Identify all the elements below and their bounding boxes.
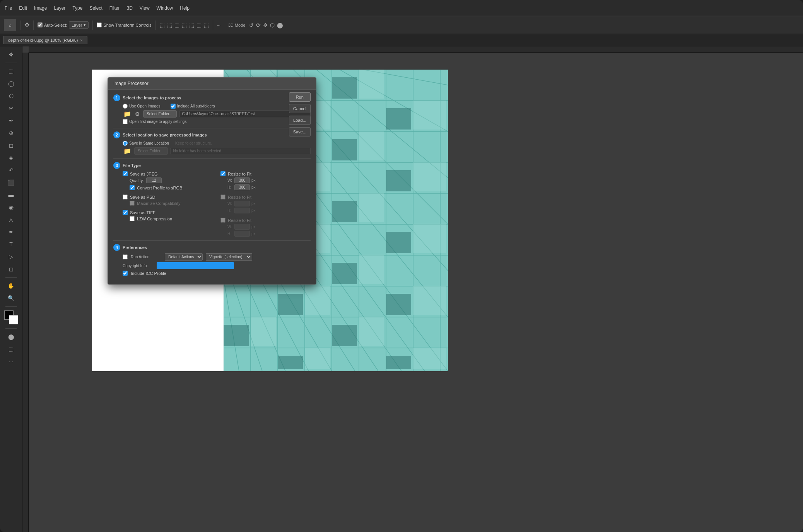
lasso-tool[interactable]: ◯ — [4, 78, 18, 89]
quick-select-tool[interactable]: ⬡ — [4, 90, 18, 102]
include-subfolders-checkbox[interactable] — [171, 104, 176, 109]
shape-tool[interactable]: ◻ — [4, 263, 18, 275]
text-tool[interactable]: T — [4, 239, 18, 250]
psd-width-input[interactable] — [234, 201, 250, 206]
menu-filter[interactable]: Filter — [109, 5, 120, 11]
3d-roll-icon[interactable]: ⟳ — [256, 22, 261, 28]
gear-icon-button[interactable]: ⚙ — [134, 111, 141, 117]
document-tab[interactable]: depth-of-field-8.jpg @ 100% (RGB/8) × — [3, 36, 87, 44]
run-action-checkbox[interactable] — [123, 254, 128, 259]
3d-rotate-icon[interactable]: ↺ — [249, 22, 254, 28]
menu-file[interactable]: File — [5, 5, 12, 11]
brush-tool[interactable]: ◻ — [4, 140, 18, 151]
maximize-compat-checkbox[interactable] — [130, 201, 135, 206]
screen-mode-tool[interactable]: ⬚ — [4, 343, 18, 355]
tab-close-button[interactable]: × — [80, 38, 83, 43]
extra-tools[interactable]: ··· — [4, 356, 18, 367]
eyedropper-tool[interactable]: ✒ — [4, 115, 18, 126]
use-open-images-radio[interactable] — [123, 104, 128, 109]
save-same-location-radio[interactable] — [123, 141, 128, 146]
gradient-tool[interactable]: ▬ — [4, 189, 18, 201]
save-tiff-checkbox[interactable] — [123, 210, 128, 215]
save-psd-checkbox[interactable] — [123, 194, 128, 200]
section-divider-3 — [113, 240, 311, 241]
include-icc-checkbox[interactable] — [123, 271, 128, 276]
resize-tiff-checkbox[interactable] — [220, 218, 226, 223]
svg-rect-75 — [413, 286, 446, 315]
menu-3d[interactable]: 3D — [126, 5, 132, 11]
3d-pan-icon[interactable]: ✥ — [263, 22, 268, 28]
zoom-tool[interactable]: 🔍 — [4, 292, 18, 304]
move-tool[interactable]: ✥ — [4, 49, 18, 60]
blur-tool[interactable]: ◉ — [4, 201, 18, 213]
jpeg-height-input[interactable] — [234, 184, 250, 190]
align-left-icon[interactable]: ⬚ — [160, 22, 165, 28]
convert-profile-checkbox[interactable] — [130, 185, 135, 190]
section-1-title: Select the images to process — [123, 95, 181, 100]
resize-psd-checkbox[interactable] — [220, 194, 226, 200]
align-top-icon[interactable]: ⬚ — [182, 22, 187, 28]
psd-height-input[interactable] — [234, 208, 250, 213]
jpeg-width-input[interactable] — [234, 177, 250, 183]
select-folder-button[interactable]: Select Folder.... — [143, 110, 177, 118]
run-button[interactable]: Run — [289, 92, 311, 102]
dodge-tool[interactable]: ◬ — [4, 214, 18, 225]
open-first-checkbox[interactable] — [123, 119, 128, 124]
show-transform-checkbox[interactable] — [97, 22, 102, 27]
align-right-icon[interactable]: ⬚ — [174, 22, 179, 28]
menu-window[interactable]: Window — [157, 5, 173, 11]
more-options-icon[interactable]: ··· — [217, 23, 220, 27]
menu-help[interactable]: Help — [180, 5, 190, 11]
history-brush-tool[interactable]: ↶ — [4, 164, 18, 176]
tool-separator-1 — [5, 63, 17, 63]
clone-stamp-tool[interactable]: ◈ — [4, 152, 18, 164]
background-color[interactable] — [9, 315, 18, 324]
tiff-width-input[interactable] — [234, 224, 250, 230]
tiff-height-input[interactable] — [234, 231, 250, 237]
pen-tool[interactable]: ✒ — [4, 226, 18, 238]
lzw-compression-checkbox[interactable] — [130, 216, 135, 221]
folder-icon-button[interactable]: 📁 — [123, 110, 132, 118]
marquee-tool[interactable]: ⬚ — [4, 65, 18, 77]
dest-select-folder-button[interactable]: Select Folder.... — [134, 147, 168, 155]
align-center-icon[interactable]: ⬚ — [167, 22, 172, 28]
distribute-icon[interactable]: ⬚ — [204, 22, 209, 28]
auto-select-label: Auto-Select: — [44, 23, 67, 27]
layer-dropdown[interactable]: Layer ▾ — [69, 21, 89, 29]
menu-type[interactable]: Type — [72, 5, 82, 11]
menu-image[interactable]: Image — [34, 5, 47, 11]
toolbar-separator — [20, 20, 21, 30]
jpeg-option: Save as JPEG Quality: Convert Profile to… — [123, 171, 213, 237]
align-bottom-icon[interactable]: ⬚ — [196, 22, 202, 28]
menu-edit[interactable]: Edit — [19, 5, 27, 11]
auto-select-checkbox[interactable] — [38, 22, 43, 27]
save-jpeg-checkbox[interactable] — [123, 171, 128, 176]
eraser-tool[interactable]: ⬛ — [4, 177, 18, 188]
hand-tool[interactable]: ✋ — [4, 280, 18, 292]
menu-view[interactable]: View — [140, 5, 150, 11]
home-button[interactable]: ⌂ — [4, 19, 16, 31]
menu-layer[interactable]: Layer — [54, 5, 65, 11]
svg-rect-72 — [413, 101, 446, 130]
default-actions-select[interactable]: Default Actions — [165, 253, 203, 261]
path-select-tool[interactable]: ▷ — [4, 251, 18, 263]
copyright-input[interactable] — [157, 262, 234, 269]
dest-folder-icon-button[interactable]: 📁 — [123, 147, 132, 155]
cancel-button[interactable]: Cancel — [289, 104, 311, 113]
healing-tool[interactable]: ⊕ — [4, 127, 18, 139]
save-same-location-text: Save in Same Location — [129, 141, 169, 145]
vignette-select[interactable]: Vignette (selection) — [206, 253, 252, 261]
menu-select[interactable]: Select — [89, 5, 102, 11]
resize-jpeg-checkbox[interactable] — [220, 171, 226, 176]
save-button[interactable]: Save... — [289, 127, 311, 136]
align-middle-icon[interactable]: ⬚ — [189, 22, 194, 28]
3d-slide-icon[interactable]: ⬡ — [270, 22, 275, 28]
color-swatches[interactable] — [4, 310, 18, 324]
quick-mask-tool[interactable]: ⬤ — [4, 331, 18, 343]
move-tool-icon[interactable]: ✥ — [24, 21, 29, 29]
quality-input[interactable] — [146, 177, 162, 183]
section-4-title: Preferences — [123, 245, 147, 250]
3d-scale-icon[interactable]: ⬤ — [277, 22, 283, 28]
crop-tool[interactable]: ✂ — [4, 102, 18, 114]
load-button[interactable]: Load... — [289, 116, 311, 125]
